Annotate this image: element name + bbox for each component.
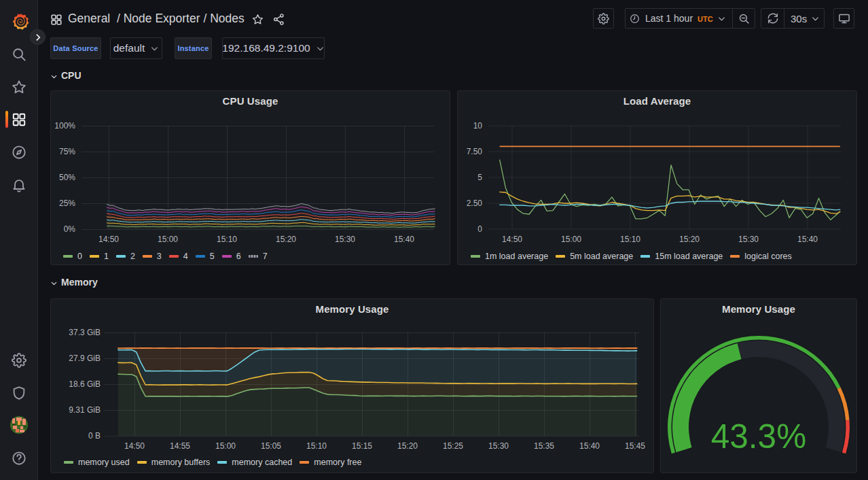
svg-text:15:45: 15:45: [625, 441, 645, 451]
svg-text:0 B: 0 B: [88, 431, 101, 441]
svg-text:15:35: 15:35: [534, 441, 554, 451]
svg-text:9.31 GiB: 9.31 GiB: [69, 405, 101, 415]
svg-text:15:00: 15:00: [158, 235, 178, 244]
svg-text:14:55: 14:55: [170, 441, 190, 451]
svg-text:15:15: 15:15: [352, 441, 372, 451]
svg-text:15:25: 15:25: [443, 441, 463, 451]
svg-text:5: 5: [477, 173, 482, 182]
svg-text:15:10: 15:10: [217, 235, 237, 244]
svg-text:15:20: 15:20: [276, 235, 296, 244]
svg-text:0: 0: [477, 224, 482, 234]
svg-text:15:20: 15:20: [397, 441, 418, 451]
svg-text:15:00: 15:00: [215, 441, 236, 451]
svg-text:14:50: 14:50: [502, 235, 522, 244]
svg-text:2.50: 2.50: [467, 199, 483, 208]
svg-text:14:50: 14:50: [124, 441, 145, 451]
svg-text:15:40: 15:40: [394, 235, 414, 244]
svg-text:50%: 50%: [59, 173, 75, 182]
svg-text:15:10: 15:10: [620, 235, 640, 244]
svg-text:15:40: 15:40: [579, 441, 600, 451]
svg-text:14:50: 14:50: [98, 235, 119, 244]
svg-text:37.3 GiB: 37.3 GiB: [69, 328, 101, 337]
svg-text:43.3%: 43.3%: [711, 417, 806, 455]
svg-text:15:30: 15:30: [335, 235, 355, 244]
svg-text:0%: 0%: [64, 224, 76, 234]
svg-text:15:10: 15:10: [306, 441, 327, 451]
svg-text:7.50: 7.50: [467, 147, 483, 156]
svg-text:15:30: 15:30: [738, 235, 759, 244]
svg-text:15:30: 15:30: [488, 441, 509, 451]
svg-text:15:00: 15:00: [561, 235, 581, 244]
svg-text:10: 10: [473, 121, 483, 131]
svg-text:75%: 75%: [59, 147, 75, 156]
svg-text:18.6 GiB: 18.6 GiB: [69, 379, 101, 389]
svg-text:27.9 GiB: 27.9 GiB: [69, 354, 101, 363]
svg-text:15:20: 15:20: [679, 235, 700, 244]
svg-text:100%: 100%: [54, 121, 75, 131]
svg-text:25%: 25%: [59, 199, 75, 208]
svg-text:15:05: 15:05: [261, 441, 281, 451]
svg-text:15:40: 15:40: [797, 235, 818, 244]
